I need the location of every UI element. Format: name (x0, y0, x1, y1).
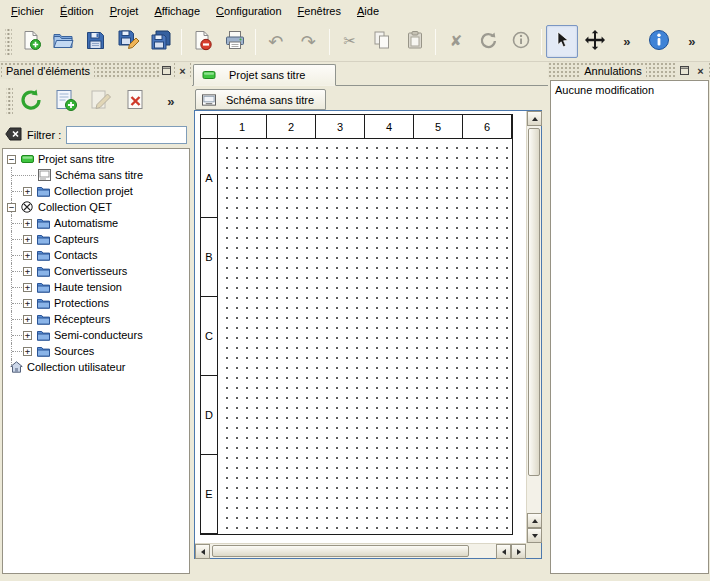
float-icon (162, 63, 171, 78)
tree-item-automatisme[interactable]: + Automatisme (3, 215, 189, 231)
dock-float-button[interactable] (159, 63, 174, 78)
elements-tree[interactable]: − Projet sans titre Schéma sans titre + … (2, 148, 190, 574)
save-all-button[interactable] (144, 25, 176, 58)
reload-icon (18, 87, 44, 116)
row-header: D (201, 376, 218, 455)
expander-icon[interactable]: + (23, 267, 32, 276)
toolbar-overflow-button[interactable]: » (611, 25, 643, 58)
clear-filter-button[interactable] (5, 127, 22, 144)
tree-item-collection-projet[interactable]: + Collection projet (3, 183, 189, 199)
new-file-button[interactable] (15, 25, 47, 58)
tree-item-sources[interactable]: + Sources (3, 343, 189, 359)
copy-button[interactable] (366, 25, 398, 58)
dock-close-button[interactable] (693, 63, 708, 78)
scroll-up-button-2[interactable] (527, 513, 542, 528)
dock-float-button[interactable] (677, 63, 692, 78)
expander-icon[interactable]: + (23, 283, 32, 292)
horizontal-scroll-track[interactable] (210, 544, 496, 558)
redo-button[interactable] (292, 25, 324, 58)
scroll-left-button[interactable] (195, 544, 210, 559)
tree-item-recepteurs[interactable]: + Récepteurs (3, 311, 189, 327)
tree-item-collection-qet[interactable]: − Collection QET (3, 199, 189, 215)
undo-history-list[interactable]: Aucune modification (550, 80, 709, 574)
about-button[interactable] (643, 25, 675, 58)
save-button[interactable] (80, 25, 112, 58)
undo-panel-titlebar[interactable]: Annulations (548, 62, 710, 79)
reload-collections-button[interactable] (16, 85, 46, 117)
folder-icon (36, 345, 50, 357)
menu-configuration[interactable]: Configuration (208, 1, 289, 21)
open-file-button[interactable] (47, 25, 79, 58)
vertical-scrollbar[interactable] (526, 111, 541, 543)
new-element-button[interactable] (51, 85, 81, 117)
expander-icon[interactable]: + (23, 347, 32, 356)
elements-panel-titlebar[interactable]: Panel d'éléments (0, 62, 192, 79)
panel-toolbar-overflow-button[interactable]: » (156, 85, 186, 117)
tree-item-semi-conducteurs[interactable]: + Semi-conducteurs (3, 327, 189, 343)
expander-icon[interactable]: − (7, 155, 16, 164)
tree-item-contacts[interactable]: + Contacts (3, 247, 189, 263)
arrow-left-icon (201, 549, 205, 555)
menu-fichier[interactable]: Fichier (3, 1, 52, 21)
tree-item-capteurs[interactable]: + Capteurs (3, 231, 189, 247)
row-header: A (201, 139, 218, 218)
expander-icon[interactable]: + (23, 187, 32, 196)
arrow-down-icon (532, 534, 538, 538)
tree-item-collection-utilisateur[interactable]: Collection utilisateur (3, 359, 189, 375)
expander-icon[interactable]: + (23, 251, 32, 260)
close-file-button[interactable] (186, 25, 218, 58)
help-overflow-button[interactable]: » (676, 25, 708, 58)
tree-item-schema[interactable]: Schéma sans titre (3, 167, 189, 183)
toolbar-drag-handle[interactable] (6, 88, 13, 114)
elements-panel-title: Panel d'éléments (2, 65, 94, 77)
expander-icon[interactable]: + (23, 235, 32, 244)
edit-element-button[interactable] (86, 85, 116, 117)
save-as-button[interactable] (112, 25, 144, 58)
scroll-right-button[interactable] (511, 544, 526, 559)
tree-item-protections[interactable]: + Protections (3, 295, 189, 311)
menu-projet[interactable]: Projet (102, 1, 147, 21)
tab-schema[interactable]: Schéma sans titre (195, 89, 326, 110)
expander-icon[interactable]: − (7, 203, 16, 212)
toolbar-drag-handle[interactable] (5, 29, 12, 55)
print-button[interactable] (218, 25, 250, 58)
delete-button[interactable] (440, 25, 472, 58)
expander-icon[interactable]: + (23, 331, 32, 340)
select-mode-button[interactable] (546, 25, 578, 58)
tab-schema-label: Schéma sans titre (226, 94, 314, 106)
scroll-up-button[interactable] (527, 111, 542, 126)
expander-icon[interactable]: + (23, 219, 32, 228)
tree-item-convertisseurs[interactable]: + Convertisseurs (3, 263, 189, 279)
expander-icon[interactable]: + (23, 315, 32, 324)
expander-icon[interactable]: + (23, 299, 32, 308)
tab-project[interactable]: Projet sans titre (193, 64, 336, 86)
undo-button[interactable] (260, 25, 292, 58)
column-header: 3 (316, 115, 365, 139)
tree-item-project[interactable]: − Projet sans titre (3, 151, 189, 167)
cut-button[interactable] (334, 25, 366, 58)
scroll-down-button[interactable] (527, 528, 542, 543)
move-mode-button[interactable] (578, 25, 610, 58)
vertical-scroll-track[interactable] (527, 126, 541, 513)
rotate-button[interactable] (472, 25, 504, 58)
vertical-scroll-thumb[interactable] (528, 128, 540, 476)
tree-item-haute-tension[interactable]: + Haute tension (3, 279, 189, 295)
element-info-button[interactable] (505, 25, 537, 58)
menu-fenetres[interactable]: Fenêtres (290, 1, 349, 21)
horizontal-scroll-thumb[interactable] (212, 545, 469, 557)
delete-element-button[interactable] (121, 85, 151, 117)
scroll-left-button-2[interactable] (496, 544, 511, 559)
diagram-view[interactable]: 1 2 3 4 5 6 A B C D E (194, 110, 542, 559)
filter-input[interactable] (66, 126, 187, 144)
row-header: B (201, 218, 218, 297)
print-icon (224, 29, 246, 54)
tree-item-label: Protections (54, 297, 109, 309)
menu-affichage[interactable]: Affichage (146, 1, 208, 21)
menu-aide[interactable]: Aide (349, 1, 387, 21)
diagram-grid-area[interactable] (218, 139, 512, 534)
menu-edition[interactable]: Édition (52, 1, 102, 21)
diagram-canvas[interactable]: 1 2 3 4 5 6 A B C D E (195, 111, 526, 543)
paste-button[interactable] (398, 25, 430, 58)
horizontal-scrollbar[interactable] (195, 543, 526, 558)
dock-close-button[interactable] (175, 63, 190, 78)
